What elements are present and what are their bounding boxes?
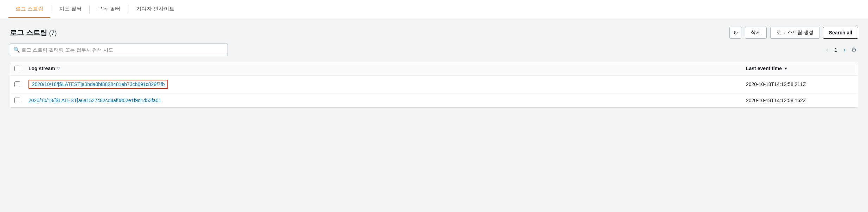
tab-divider-2 [89, 5, 90, 13]
header-last-event-time-label: Last event time [746, 66, 782, 71]
refresh-icon: ↻ [733, 29, 738, 36]
last-event-sort-icon[interactable]: ▼ [784, 66, 788, 71]
header-checkbox-cell [10, 62, 24, 75]
next-page-button[interactable]: › [842, 45, 847, 54]
tab-contributor-insight[interactable]: 기여자 인사이트 [129, 1, 181, 18]
row2-extra [847, 96, 858, 105]
search-all-button[interactable]: Search all [823, 27, 858, 39]
search-input[interactable] [10, 44, 228, 56]
header-extra [847, 65, 858, 72]
search-wrapper: 🔍 [10, 44, 228, 56]
tab-subscription-filter[interactable]: 구독 필터 [90, 1, 127, 18]
log-stream-sort-icon[interactable]: ▽ [57, 66, 60, 71]
row1-log-stream-link[interactable]: 2020/10/18/[$LATEST]a3bda0bf8828481eb73c… [28, 80, 168, 89]
section-title: 로그 스트림 [10, 28, 47, 38]
settings-button[interactable]: ⚙ [850, 45, 858, 55]
table-row: 2020/10/18/[$LATEST]a6a1527c82cd4af0802e… [10, 93, 858, 107]
row2-last-event-time: 2020-10-18T14:12:58.162Z [742, 93, 847, 107]
header-actions: ↻ 삭제 로그 스트림 생성 Search all [729, 27, 858, 39]
gear-icon: ⚙ [851, 46, 857, 54]
header-log-stream: Log stream ▽ [24, 62, 742, 75]
header-log-stream-label: Log stream [28, 66, 55, 71]
tab-metric-filter[interactable]: 지표 필터 [52, 1, 89, 18]
tab-log-stream[interactable]: 로그 스트림 [8, 1, 50, 18]
section-count: (7) [49, 29, 57, 37]
row2-checkbox-cell [10, 93, 24, 107]
current-page: 1 [832, 47, 840, 53]
table-header: Log stream ▽ Last event time ▼ [10, 62, 858, 75]
row1-log-stream-cell: 2020/10/18/[$LATEST]a3bda0bf8828481eb73c… [24, 75, 742, 93]
delete-button[interactable]: 삭제 [745, 27, 767, 39]
row1-checkbox-cell [10, 77, 24, 91]
row1-last-event-time: 2020-10-18T14:12:58.211Z [742, 77, 847, 91]
tab-divider-1 [51, 5, 51, 13]
row2-log-stream-cell: 2020/10/18/[$LATEST]a6a1527c82cd4af0802e… [24, 93, 742, 107]
table-row: 2020/10/18/[$LATEST]a3bda0bf8828481eb73c… [10, 75, 858, 93]
refresh-button[interactable]: ↻ [729, 27, 741, 39]
tab-divider-3 [128, 5, 128, 13]
create-log-stream-button[interactable]: 로그 스트림 생성 [770, 27, 819, 39]
log-stream-table: Log stream ▽ Last event time ▼ 2020/10/1… [10, 62, 858, 108]
section-header: 로그 스트림 (7) ↻ 삭제 로그 스트림 생성 Search all [10, 27, 858, 39]
main-content: 로그 스트림 (7) ↻ 삭제 로그 스트림 생성 Search all 🔍 ‹… [0, 18, 868, 116]
header-last-event-time: Last event time ▼ [742, 62, 847, 75]
row1-checkbox[interactable] [14, 81, 20, 87]
search-icon: 🔍 [13, 47, 20, 53]
select-all-checkbox[interactable] [14, 66, 20, 71]
row1-extra [847, 80, 858, 88]
row2-log-stream-link[interactable]: 2020/10/18/[$LATEST]a6a1527c82cd4af0802e… [28, 98, 161, 103]
tab-bar: 로그 스트림 지표 필터 구독 필터 기여자 인사이트 [0, 0, 868, 18]
pagination: ‹ 1 › ⚙ [825, 45, 858, 55]
prev-page-button[interactable]: ‹ [825, 45, 829, 54]
row2-checkbox[interactable] [14, 98, 20, 103]
